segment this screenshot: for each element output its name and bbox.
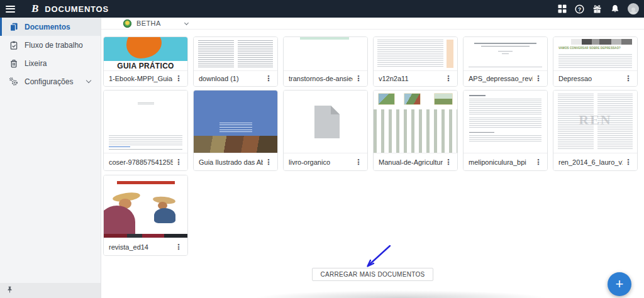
svg-text:?: ? xyxy=(578,6,581,12)
sidebar-item-label: Lixeira xyxy=(25,59,47,68)
app-header: B DOCUMENTOS ? xyxy=(0,0,644,18)
document-thumbnail: REN xyxy=(553,91,637,153)
user-avatar[interactable] xyxy=(628,3,639,14)
document-name: transtornos-de-ansieda... xyxy=(289,75,353,82)
notifications-bell-icon[interactable] xyxy=(610,4,619,14)
chevron-down-icon xyxy=(184,20,189,25)
more-options-icon[interactable]: ⋮ xyxy=(443,158,454,166)
thumbnail-watermark: REN xyxy=(553,112,637,128)
more-options-icon[interactable]: ⋮ xyxy=(263,158,274,166)
workspace-name: BETHA xyxy=(136,19,161,27)
document-name: ren_2014_6_lauro_v2 xyxy=(558,158,623,166)
more-options-icon[interactable]: ⋮ xyxy=(173,158,184,166)
sidebar-footer xyxy=(0,283,101,298)
document-card[interactable]: Abelhas "Sem-Ferrão" das Reservas Amanã … xyxy=(193,90,278,171)
pin-sidebar-icon[interactable] xyxy=(6,285,13,296)
document-thumbnail xyxy=(284,37,367,70)
document-card[interactable]: download (1)⋮ xyxy=(193,36,278,87)
sidebar-item-label: Fluxo de trabalho xyxy=(25,41,83,50)
document-name: livro-organico xyxy=(289,158,330,166)
document-card[interactable]: transtornos-de-ansieda...⋮ xyxy=(283,36,368,87)
sidebar-item-lixeira[interactable]: Lixeira xyxy=(0,54,101,72)
sidebar-item-documentos[interactable]: Documentos xyxy=(0,18,101,36)
thumbnail-art xyxy=(571,39,632,45)
more-options-icon[interactable]: ⋮ xyxy=(353,75,364,82)
document-name: v12n2a11 xyxy=(379,75,409,82)
more-options-icon[interactable]: ⋮ xyxy=(533,158,544,166)
more-options-icon[interactable]: ⋮ xyxy=(353,158,364,166)
document-name: coser-9788575412558 xyxy=(109,158,173,166)
document-name: download (1) xyxy=(199,75,239,82)
document-thumbnail: Depressão xyxy=(104,91,187,153)
document-thumbnail: VAMOS CONVERSAR SOBRE DEPRESSÃO? xyxy=(553,37,637,70)
header-actions: ? xyxy=(557,3,644,14)
add-document-fab[interactable]: + xyxy=(608,272,631,296)
document-name: revista_ed14 xyxy=(109,243,148,251)
more-options-icon[interactable]: ⋮ xyxy=(173,243,184,251)
document-card[interactable]: APS_depressao_revisad...⋮ xyxy=(463,36,548,87)
apps-grid-icon[interactable] xyxy=(557,4,567,14)
gears-icon xyxy=(9,77,18,86)
app-title: DOCUMENTOS xyxy=(45,4,109,14)
document-card[interactable]: Manual-de-Agricultura-...⋮ xyxy=(373,90,458,171)
menu-icon[interactable] xyxy=(6,6,15,13)
file-icon xyxy=(312,106,340,138)
thumbnail-art xyxy=(126,37,162,58)
document-card[interactable]: Depressão coser-9788575412558⋮ xyxy=(103,90,188,171)
document-thumbnail: Abelhas "Sem-Ferrão" das Reservas Amanã … xyxy=(194,91,277,153)
sidebar-item-label: Configurações xyxy=(25,77,73,86)
workspace-logo xyxy=(123,19,131,28)
document-name: Manual-de-Agricultura-... xyxy=(379,158,443,166)
documents-row: GUIA PRÁTICO 1-Ebook-MPPI_Guia-pra...⋮ d… xyxy=(103,36,638,87)
document-name: APS_depressao_revisad... xyxy=(469,75,533,82)
sidebar: Documentos Fluxo de trabalho Lixeira Con… xyxy=(0,18,101,298)
document-name: Guia Ilustrado das Abel... xyxy=(199,158,263,166)
more-options-icon[interactable]: ⋮ xyxy=(533,75,544,82)
document-card[interactable]: VAMOS CONVERSAR SOBRE DEPRESSÃO? Depress… xyxy=(553,36,638,87)
thumbnail-title: GUIA PRÁTICO xyxy=(104,61,187,70)
document-thumbnail xyxy=(464,91,547,153)
more-options-icon[interactable]: ⋮ xyxy=(173,75,184,82)
documents-icon xyxy=(9,22,18,31)
document-thumbnail: e a difusa conceituação do termo xyxy=(104,175,187,238)
more-options-icon[interactable]: ⋮ xyxy=(623,75,634,82)
document-thumbnail xyxy=(464,37,547,70)
document-card[interactable]: livro-organico⋮ xyxy=(283,90,368,171)
workspace-selector[interactable]: BETHA xyxy=(101,18,644,30)
betha-logo: B xyxy=(31,3,38,15)
document-card[interactable]: REN ren_2014_6_lauro_v2⋮ xyxy=(553,90,638,171)
document-name: meliponiculura_bpi xyxy=(469,158,526,166)
more-options-icon[interactable]: ⋮ xyxy=(443,75,454,82)
thumbnail-heading: VAMOS CONVERSAR SOBRE DEPRESSÃO? xyxy=(558,47,632,50)
more-options-icon[interactable]: ⋮ xyxy=(623,158,634,166)
workflow-clipboard-icon xyxy=(9,40,18,50)
gift-icon[interactable] xyxy=(592,4,602,14)
document-card[interactable]: meliponiculura_bpi⋮ xyxy=(463,90,548,171)
document-name: 1-Ebook-MPPI_Guia-pra... xyxy=(109,75,173,82)
thumbnail-art xyxy=(194,136,277,153)
main-content: BETHA GUIA PRÁTICO 1-Ebook-MPPI_Guia-pra… xyxy=(101,18,644,298)
document-name: Depressao xyxy=(558,75,592,82)
help-icon[interactable]: ? xyxy=(575,4,584,14)
load-more-button[interactable]: CARREGAR MAIS DOCUMENTOS xyxy=(312,268,434,281)
sidebar-item-configuracoes[interactable]: Configurações xyxy=(0,72,101,91)
thumbnail-art xyxy=(109,135,182,145)
document-card[interactable]: GUIA PRÁTICO 1-Ebook-MPPI_Guia-pra...⋮ xyxy=(103,36,188,87)
document-card[interactable]: v12n2a11⋮ xyxy=(373,36,458,87)
document-thumbnail xyxy=(284,91,367,153)
bottom-shadow xyxy=(233,290,569,298)
sidebar-item-fluxo-de-trabalho[interactable]: Fluxo de trabalho xyxy=(0,36,101,54)
more-options-icon[interactable]: ⋮ xyxy=(263,75,274,82)
sidebar-item-label: Documentos xyxy=(25,23,70,31)
trash-icon xyxy=(9,58,18,68)
document-thumbnail xyxy=(194,37,277,70)
document-thumbnail xyxy=(374,37,457,70)
documents-row: e a difusa conceituação do termo revista… xyxy=(103,175,188,256)
document-thumbnail: GUIA PRÁTICO xyxy=(104,37,187,70)
chevron-down-icon xyxy=(86,78,91,83)
document-thumbnail xyxy=(374,91,457,153)
document-card[interactable]: e a difusa conceituação do termo revista… xyxy=(103,175,188,256)
documents-row: Depressão coser-9788575412558⋮ Abelhas "… xyxy=(103,90,638,171)
